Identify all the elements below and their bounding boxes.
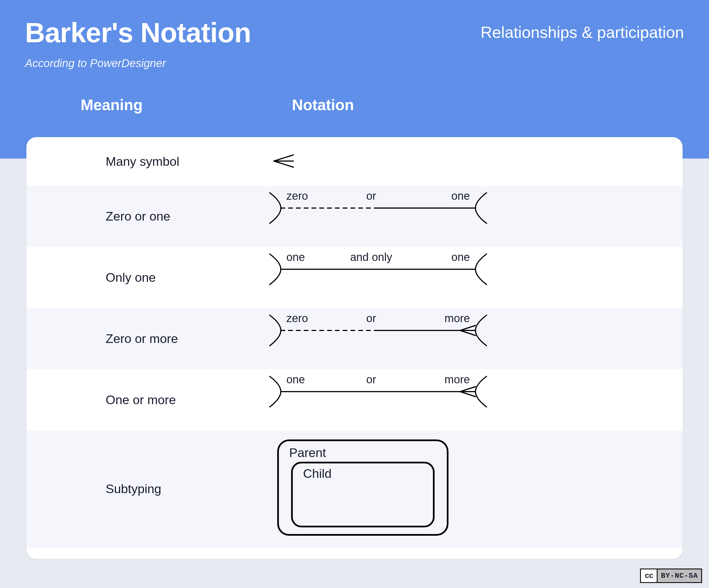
header: Barker's Notation According to PowerDesi… [0, 0, 709, 158]
cc-logo-icon: cc [641, 569, 658, 582]
relation-label: one [451, 251, 470, 263]
relation-label: one [286, 251, 305, 263]
table-row: Subtyping Parent Child [26, 431, 683, 547]
column-headers: Meaning Notation [25, 96, 684, 114]
column-header-meaning: Meaning [81, 96, 292, 114]
relation-diagram: zero or one [265, 186, 505, 247]
meaning-label: Only one [26, 270, 265, 285]
subtyping-diagram: Parent Child [265, 431, 460, 542]
notation-cell-subtyping: Parent Child [265, 431, 683, 547]
relation-label: zero [286, 190, 308, 202]
relation-label: one [451, 190, 470, 202]
relation-label: and only [350, 251, 392, 263]
notation-cell-one-or-more: one or more [265, 369, 683, 431]
relation-label: one [286, 373, 305, 385]
table-row: Only one one and only one [26, 247, 683, 308]
page-title: Barker's Notation [25, 17, 251, 49]
meaning-label: Zero or more [26, 332, 265, 346]
relation-label: zero [286, 312, 308, 324]
table-row: Zero or more zero or more [26, 308, 683, 369]
svg-line-14 [460, 392, 475, 397]
meaning-label: Subtyping [26, 482, 265, 496]
svg-line-8 [460, 326, 475, 330]
table-row: Zero or one zero or one [26, 186, 683, 247]
relation-label: or [366, 312, 376, 324]
table-row: One or more one or more [26, 369, 683, 431]
cc-logo-text: cc [645, 571, 653, 580]
column-header-notation: Notation [292, 96, 354, 114]
notation-cell-zero-or-one: zero or one [265, 186, 683, 247]
notation-table: Many symbol Zero or one [26, 137, 683, 559]
meaning-label: One or more [26, 393, 265, 407]
page: Barker's Notation According to PowerDesi… [0, 0, 709, 588]
meaning-label: Zero or one [26, 209, 265, 224]
svg-line-2 [274, 161, 293, 167]
meaning-label: Many symbol [26, 154, 265, 169]
child-label: Child [303, 466, 332, 481]
relation-label: more [445, 373, 470, 385]
relation-diagram: one or more [265, 369, 505, 431]
relation-diagram: zero or more [265, 308, 505, 369]
relation-label: more [445, 312, 470, 324]
table-row: Many symbol [26, 137, 683, 186]
notation-cell-zero-or-more: zero or more [265, 308, 683, 369]
svg-line-12 [460, 387, 475, 392]
page-subtitle: According to PowerDesigner [25, 57, 251, 70]
relation-label: or [366, 373, 376, 385]
crowfoot-icon [271, 150, 305, 172]
relation-diagram: one and only one [265, 247, 505, 308]
relation-label: or [366, 190, 376, 202]
svg-line-10 [460, 330, 475, 335]
title-row: Barker's Notation According to PowerDesi… [25, 17, 684, 70]
notation-cell-only-one: one and only one [265, 247, 683, 308]
license-text: BY-NC-SA [658, 571, 701, 580]
license-badge: cc BY-NC-SA [640, 568, 702, 583]
svg-line-0 [274, 155, 293, 161]
section-title: Relationships & participation [480, 23, 684, 42]
parent-label: Parent [289, 445, 326, 460]
notation-cell-many-symbol [265, 137, 683, 186]
